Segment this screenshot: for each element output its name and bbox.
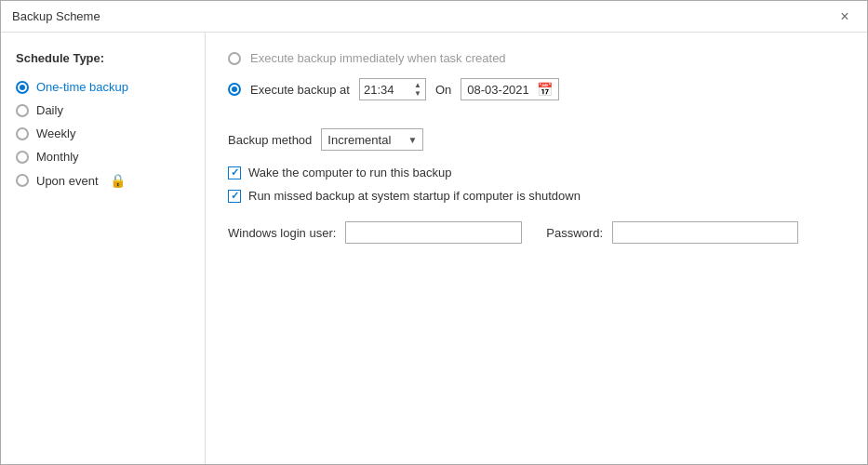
checkbox-missed-check: ✓ bbox=[231, 190, 239, 202]
password-label: Password: bbox=[546, 226, 603, 240]
calendar-icon[interactable]: 📅 bbox=[537, 82, 553, 97]
checkbox-wake-row: ✓ Wake the computer to run this backup bbox=[228, 166, 845, 179]
option-immediate-row: Execute backup immediately when task cre… bbox=[228, 51, 845, 65]
checkbox-missed[interactable]: ✓ bbox=[228, 190, 241, 203]
sidebar-item-weekly[interactable]: Weekly bbox=[16, 126, 190, 140]
login-user-label: Windows login user: bbox=[228, 226, 336, 240]
radio-monthly[interactable] bbox=[16, 151, 29, 164]
time-value: 21:34 bbox=[364, 83, 414, 97]
radio-weekly-label: Weekly bbox=[36, 126, 75, 140]
sidebar-item-upon-event[interactable]: Upon event 🔒 bbox=[16, 173, 190, 188]
main-panel: Execute backup immediately when task cre… bbox=[206, 33, 867, 464]
backup-scheme-window: Backup Scheme × Schedule Type: One-time … bbox=[0, 0, 868, 465]
backup-method-label: Backup method bbox=[228, 133, 312, 147]
backup-method-select[interactable]: Incremental ▼ bbox=[321, 128, 423, 151]
radio-at-time[interactable] bbox=[228, 83, 241, 96]
divider bbox=[228, 113, 845, 128]
sidebar-item-monthly[interactable]: Monthly bbox=[16, 150, 190, 164]
sidebar-item-one-time[interactable]: One-time backup bbox=[16, 80, 190, 94]
radio-one-time-label: One-time backup bbox=[36, 80, 128, 94]
checkbox-wake[interactable]: ✓ bbox=[228, 166, 241, 179]
option-at-label: Execute backup at bbox=[250, 83, 350, 97]
radio-daily-label: Daily bbox=[36, 103, 63, 117]
checkbox-missed-label: Run missed backup at system startup if c… bbox=[248, 189, 581, 203]
time-down-arrow[interactable]: ▼ bbox=[414, 90, 421, 98]
checkbox-missed-row: ✓ Run missed backup at system startup if… bbox=[228, 189, 845, 203]
backup-method-value: Incremental bbox=[327, 133, 400, 147]
radio-upon-event[interactable] bbox=[16, 174, 29, 187]
close-button[interactable]: × bbox=[834, 6, 856, 28]
login-user-input[interactable] bbox=[345, 221, 522, 244]
schedule-type-label: Schedule Type: bbox=[16, 51, 190, 65]
time-spinner[interactable]: ▲ ▼ bbox=[414, 82, 421, 98]
radio-daily[interactable] bbox=[16, 104, 29, 117]
login-row: Windows login user: Password: bbox=[228, 221, 845, 244]
time-input[interactable]: 21:34 ▲ ▼ bbox=[359, 78, 426, 100]
radio-one-time[interactable] bbox=[16, 81, 29, 94]
radio-monthly-label: Monthly bbox=[36, 150, 79, 164]
content-area: Schedule Type: One-time backup Daily Wee… bbox=[1, 33, 867, 464]
radio-weekly[interactable] bbox=[16, 127, 29, 140]
option-at-row: Execute backup at 21:34 ▲ ▼ On 08-03-202… bbox=[228, 78, 845, 100]
lock-icon: 🔒 bbox=[110, 173, 126, 188]
window-title: Backup Scheme bbox=[12, 9, 100, 23]
backup-method-row: Backup method Incremental ▼ bbox=[228, 128, 845, 151]
backup-method-arrow: ▼ bbox=[407, 135, 417, 145]
date-input[interactable]: 08-03-2021 📅 bbox=[461, 78, 559, 100]
date-value: 08-03-2021 bbox=[467, 83, 529, 97]
radio-immediate[interactable] bbox=[228, 52, 241, 65]
option-immediate-label: Execute backup immediately when task cre… bbox=[250, 51, 506, 65]
time-up-arrow[interactable]: ▲ bbox=[414, 82, 421, 89]
on-label: On bbox=[435, 83, 451, 97]
checkbox-wake-check: ✓ bbox=[231, 166, 239, 179]
titlebar: Backup Scheme × bbox=[1, 1, 867, 33]
sidebar-item-daily[interactable]: Daily bbox=[16, 103, 190, 117]
radio-upon-event-label: Upon event bbox=[36, 174, 99, 188]
schedule-type-group: One-time backup Daily Weekly Monthly Upo bbox=[16, 80, 190, 188]
sidebar: Schedule Type: One-time backup Daily Wee… bbox=[1, 33, 206, 464]
checkbox-wake-label: Wake the computer to run this backup bbox=[248, 166, 451, 179]
password-input[interactable] bbox=[612, 221, 798, 244]
